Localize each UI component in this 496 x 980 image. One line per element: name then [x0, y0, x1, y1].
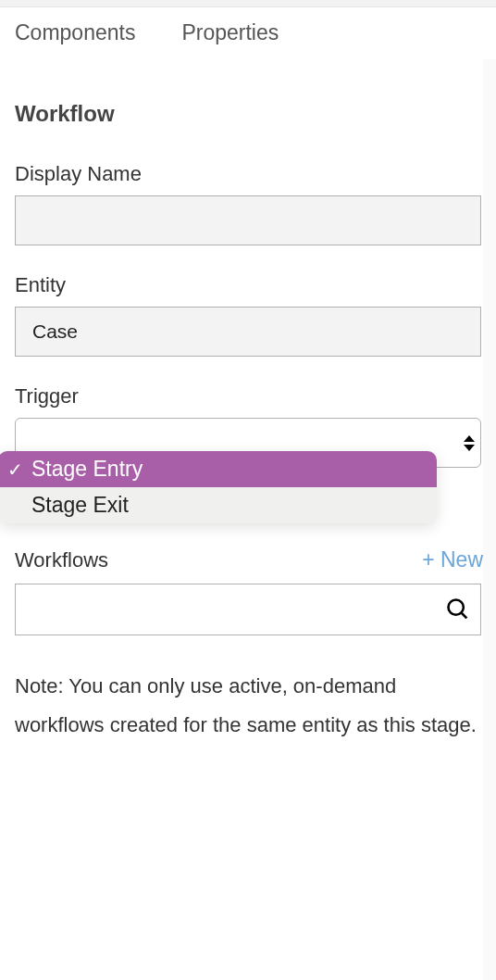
scrollbar-track[interactable] — [483, 59, 496, 980]
entity-field: Entity — [15, 273, 483, 357]
note-text: Note: You can only use active, on-demand… — [15, 667, 483, 745]
display-name-input[interactable] — [15, 195, 481, 245]
workflows-field: Workflows + New — [15, 547, 483, 635]
search-icon[interactable] — [436, 597, 480, 622]
trigger-field: Trigger Stage Entry Stage Exit — [15, 384, 483, 468]
workflow-search-input[interactable] — [16, 584, 436, 634]
entity-label: Entity — [15, 273, 483, 297]
display-name-label: Display Name — [15, 162, 483, 186]
display-name-field: Display Name — [15, 162, 483, 245]
svg-point-0 — [449, 600, 464, 615]
trigger-option-stage-exit[interactable]: Stage Exit — [0, 487, 437, 523]
trigger-select[interactable]: Stage Entry Stage Exit — [15, 418, 483, 468]
section-title: Workflow — [15, 101, 483, 127]
trigger-dropdown: Stage Entry Stage Exit — [0, 451, 437, 523]
workflows-label: Workflows — [15, 548, 108, 572]
svg-line-1 — [462, 613, 467, 619]
tab-components[interactable]: Components — [15, 20, 135, 45]
tab-properties[interactable]: Properties — [181, 20, 279, 45]
top-divider — [0, 0, 496, 7]
new-workflow-button[interactable]: + New — [422, 547, 483, 572]
trigger-option-stage-entry[interactable]: Stage Entry — [0, 451, 437, 487]
trigger-label: Trigger — [15, 384, 483, 408]
entity-input[interactable] — [15, 307, 481, 357]
workflows-header: Workflows + New — [15, 547, 483, 572]
trigger-option-label: Stage Exit — [31, 493, 129, 518]
workflow-search-wrap — [15, 584, 481, 635]
tabs: Components Properties — [0, 7, 496, 64]
properties-panel: Workflow Display Name Entity Trigger Sta… — [0, 64, 496, 745]
trigger-option-label: Stage Entry — [31, 457, 143, 482]
